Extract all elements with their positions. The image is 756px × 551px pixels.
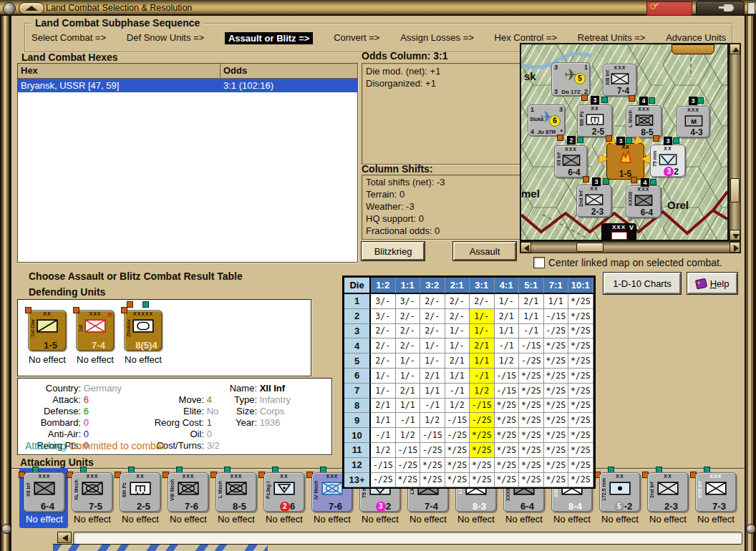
crt-result-cell: 2/- (396, 338, 421, 353)
odds-column-header: Odds (220, 64, 250, 78)
unit-counter[interactable]: XII InfXXX6-4 (554, 145, 588, 178)
hex-dot-icon (581, 94, 588, 101)
combat-hex-marker[interactable]: XX1-5 (606, 143, 644, 180)
subphase-title: Land Combat Subphase Sequence (32, 17, 203, 29)
unit-counter[interactable]: VIII MechXXX7-6 (168, 472, 209, 512)
unit-symbol-icon (555, 155, 587, 169)
crt-result-cell: 1/1 (420, 384, 445, 399)
unit-counter[interactable]: XXXM4-3 (677, 106, 710, 138)
unit-counter[interactable]: 172.5 mmXX5-2 (599, 472, 641, 512)
unit-size: XXX (168, 474, 208, 479)
hex-control-marker: 2 (567, 136, 576, 145)
unit-symbol-icon (77, 319, 114, 336)
unit-symbol-icon (651, 154, 685, 168)
air-unit-counter[interactable]: 134*✈Stuka6Ju 87R (528, 104, 566, 137)
unit-stats: 8(5)4 (131, 340, 162, 351)
subphase-step: Def Snow Units => (127, 32, 204, 44)
unit-size: XXX (555, 147, 587, 152)
crt-result-cell: */2S (568, 309, 593, 324)
unit-size: XXX (24, 474, 64, 479)
crt-result-cell: 2/1 (495, 309, 520, 324)
scroll-up-button[interactable] (730, 44, 740, 54)
scroll-right-button[interactable] (730, 242, 740, 253)
unit-counter[interactable]: 6th Pz EngXX2-5 (577, 104, 613, 137)
scroll-down-button[interactable] (730, 230, 740, 240)
unit-symbol-icon (626, 114, 662, 129)
crt-result-cell: */2S (519, 443, 544, 458)
unit-counter[interactable]: 2nd Inf DivXX2-3 (647, 472, 689, 512)
unit-counter[interactable]: XII InfXXX6-4 (24, 472, 65, 512)
assault-button[interactable]: Assault (453, 242, 516, 260)
unit-stats: 4-3 (684, 127, 709, 137)
shifts-panel-title: Column Shifts: (362, 163, 433, 175)
crt-result-cell: -/2S (420, 443, 445, 458)
unit-counter[interactable]: PzJag IXX26 (263, 472, 305, 512)
window-control[interactable] (696, 1, 745, 16)
shifts-panel: Total shifts (net): -3Terrain: 0Weather:… (362, 175, 521, 240)
linked-map[interactable]: sknskmelOrel3132✈5Do 17ZXIII InfXXX7-413… (520, 43, 729, 241)
air-unit-counter[interactable]: 3132✈5Do 17Z (551, 62, 591, 97)
crt-odds-header: 10:1 (568, 278, 593, 294)
unit-counter[interactable]: XVII InfXXX7-3 (695, 472, 737, 512)
unit-counter[interactable]: XIII InfXXX7-4 (603, 64, 637, 97)
hex-control-marker: 4 (639, 97, 648, 105)
center-map-checkbox[interactable] (533, 257, 545, 268)
map-vertical-scrollbar[interactable] (729, 43, 741, 241)
unit-counter[interactable]: 75 mmXX32 (650, 145, 686, 177)
window-menu-button[interactable] (19, 2, 44, 14)
crt-result-cell: 2/- (396, 324, 421, 339)
unit-stats: 2-3 (654, 501, 688, 512)
hex-control-marker: 3 (689, 97, 697, 105)
offmap-unit-edge (672, 44, 714, 54)
unit-counter[interactable]: XL MechXXX7-5 (72, 472, 113, 512)
scroll-left-button[interactable] (520, 242, 531, 253)
combat-hex-list[interactable]: Hex Odds Bryansk, USSR [47, 59]3:1 (102:… (17, 63, 358, 263)
crt-die-cell: 9 (344, 413, 371, 428)
unit-status: No effect (498, 514, 550, 525)
ussr-flag-icon (646, 1, 692, 16)
unit-stats: 7-4 (610, 86, 636, 96)
crt-result-cell: */2S (519, 399, 544, 414)
info-field: Reorg Cost: 1 (132, 417, 212, 428)
crt-result-cell: 1/- (445, 324, 470, 339)
explosion-icon (641, 155, 650, 163)
column-shift-line: Fractional odds: 0 (362, 225, 520, 237)
vertical-scroll-thumb[interactable] (730, 178, 740, 203)
unit-counter[interactable]: 1st SiberianXXXR7-4 (76, 310, 115, 351)
unit-counter[interactable]: 6th Pz EngXX2-5 (120, 472, 161, 512)
bottom-scrollbar-track[interactable] (73, 532, 742, 545)
horizontal-scroll-thumb[interactable] (576, 243, 604, 252)
unit-counter[interactable]: L MechXXX8-5 (626, 105, 662, 138)
corner-icon[interactable] (747, 2, 755, 14)
hex-control-marker: 4 (641, 178, 649, 187)
unit-stats: 32 (657, 167, 685, 177)
help-button[interactable]: Help (687, 273, 737, 294)
city-label: mel (521, 187, 540, 200)
column-shift-line: HQ support: 0 (362, 213, 520, 225)
unit-counter[interactable]: 2nd Inf DivXX2-3 (576, 185, 612, 218)
crt-result-cell: -/1S (371, 458, 396, 473)
charts-button[interactable]: 1-D-10 Charts (604, 273, 681, 294)
unit-counter[interactable]: L MechXXX8-5 (215, 472, 257, 512)
soviet-unit-counter[interactable]: XXXV (601, 223, 636, 240)
unit-stats: 7-5 (79, 501, 112, 512)
bottom-scroll-left-button[interactable] (57, 532, 72, 543)
map-horizontal-scrollbar[interactable] (520, 241, 741, 253)
stack-dot-icon (25, 307, 32, 313)
blitzkrieg-button[interactable]: Blitzkrieg (362, 242, 425, 260)
hex-list-row[interactable]: Bryansk, USSR [47, 59]3:1 (102:16) (18, 79, 357, 92)
info-field: Name: XII Inf (224, 383, 285, 394)
crt-result-cell: */2S (470, 443, 495, 458)
crt-result-cell: 1/- (495, 294, 520, 309)
unit-counter[interactable]: 1st Cav DivXX1-5 (28, 310, 67, 351)
crt-result-cell: 1/1 (544, 294, 569, 309)
crt-result-cell: 1/- (445, 338, 470, 353)
unit-counter[interactable]: ZhukovXXXXX8(5)4 (124, 310, 163, 351)
crt-die-cell: 2 (344, 309, 371, 324)
crt-result-cell: */2S (568, 294, 593, 309)
unit-counter[interactable]: XXXIII InfXXX6-4 (626, 185, 662, 218)
crt-result-cell: 2/- (371, 324, 396, 339)
unit-symbol-icon (648, 482, 688, 498)
crt-result-cell: 2/1 (470, 338, 495, 353)
crt-result-cell: */2S (495, 399, 520, 414)
